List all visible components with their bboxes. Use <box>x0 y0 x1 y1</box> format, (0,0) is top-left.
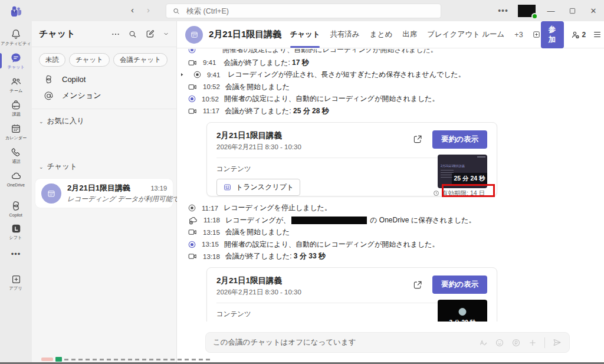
send-icon <box>552 337 562 347</box>
main-pane: 2月21日1限目講義 チャット共有済みまとめ出席ブレイクアウト ルーム+3 参加… <box>177 21 604 362</box>
rail-item-label: アプリ <box>9 286 22 291</box>
filter-pill-1[interactable]: チャット <box>69 53 110 67</box>
new-chat-icon[interactable] <box>145 29 155 39</box>
speaker-avatar <box>459 308 467 316</box>
rail-more-apps-button[interactable]: ••• <box>11 244 21 264</box>
message-text: レコーディングを停止しました。 <box>224 203 331 213</box>
minimize-button[interactable]: — <box>540 0 562 21</box>
search-input[interactable] <box>185 6 435 16</box>
rec-icon <box>188 240 196 249</box>
meeting-recap-card: 2月21日1限目講義 2026年2月21日 8:30 - 10:30 要約の表示… <box>206 267 497 322</box>
view-summary-button[interactable]: 要約の表示 <box>432 276 487 294</box>
rail-item-calls[interactable]: 通話 <box>0 144 32 168</box>
bell-icon <box>10 28 22 40</box>
favorites-section-header[interactable]: ⌄ お気に入り <box>32 109 176 130</box>
participant-count: 2 <box>582 31 586 39</box>
attach-plus-icon <box>528 338 537 347</box>
message-text: レコーディングが、 の OneDrive に保存されました。 <box>225 215 476 225</box>
participants-button[interactable]: 2 <box>570 29 586 40</box>
maximize-button[interactable] <box>562 0 583 21</box>
red-annotation-box <box>442 184 495 197</box>
add-tab-icon[interactable] <box>532 30 541 39</box>
search-bar[interactable] <box>166 4 441 18</box>
message-time: 11:18 <box>203 217 220 224</box>
avatar[interactable] <box>518 5 536 17</box>
message-time: 11:17 <box>203 107 219 114</box>
chat-list-item[interactable]: 2月21日1限目講義 13:19 レコーディング データが利用可能です <box>35 179 173 208</box>
stop-icon <box>193 70 202 79</box>
share-icon[interactable] <box>412 134 423 145</box>
recording-thumbnail[interactable]: 3 分 29 秒 <box>438 300 487 322</box>
transcript-chip[interactable]: トランスクリプト <box>216 179 300 196</box>
teams-window: ‹ › ••• — ✕ アクティビティチャットチーム課題カレンダー通話OneDr… <box>0 0 604 364</box>
cloud-icon <box>188 215 198 225</box>
sidebar-item-mentions[interactable]: メンション <box>32 87 176 104</box>
chat-icon <box>10 52 22 64</box>
tab-1[interactable]: 共有済み <box>330 29 360 40</box>
rail-item-activity[interactable]: アクティビティ <box>0 26 32 50</box>
tab-3[interactable]: 出席 <box>402 29 417 40</box>
chats-section-header[interactable]: ⌄ チャット <box>32 155 176 175</box>
rail-item-label: 通話 <box>12 159 20 165</box>
tab-5[interactable]: +3 <box>514 31 523 39</box>
new-chat-chevron-icon[interactable] <box>163 31 169 37</box>
chats-label: チャット <box>47 162 77 172</box>
share-icon[interactable] <box>412 280 423 290</box>
tab-2[interactable]: まとめ <box>370 29 392 40</box>
filter-pill-0[interactable]: 未読 <box>39 53 65 67</box>
titlebar-more-button[interactable]: ••• <box>493 6 513 15</box>
tab-0[interactable]: チャット <box>290 29 320 40</box>
rail-item-chat[interactable]: チャット <box>0 50 32 73</box>
system-message: 10:52開催者の設定により、自動的にレコーディングが開始されました。 <box>188 93 604 106</box>
emoji-icon <box>495 338 504 347</box>
filter-pill-2[interactable]: 会議チャット <box>113 53 168 67</box>
recording-thumbnail[interactable]: 2月21日1限目講義 25 分 24 秒 <box>438 155 487 188</box>
sidebar-title: チャット <box>39 28 75 40</box>
rail-item-label: シフト <box>9 235 22 241</box>
system-message: 9:41レコーディングが停止され、長さが短すぎたため保存されませんでした。 <box>188 69 604 81</box>
join-button[interactable]: 参加 <box>541 21 564 48</box>
titlebar: ‹ › ••• — ✕ <box>0 0 604 21</box>
system-message: 11:18レコーディングが、 の OneDrive に保存されました。 <box>188 214 604 227</box>
system-message: 13:15開催者の設定により、自動的にレコーディングが開始されました。 <box>188 238 604 251</box>
rec-icon <box>188 94 196 103</box>
compose-placeholder: この会議のチャットはオフになっています <box>213 337 478 347</box>
sidebar-item-copilot[interactable]: Copilot <box>32 71 176 87</box>
backpack-icon <box>10 99 22 111</box>
close-button[interactable]: ✕ <box>583 0 604 21</box>
cam-icon <box>188 251 198 261</box>
attendance-list-icon[interactable] <box>592 29 602 40</box>
back-button[interactable]: ‹ <box>131 5 134 15</box>
meeting-avatar <box>185 26 203 44</box>
tab-4[interactable]: ブレイクアウト ルーム <box>427 29 504 40</box>
forward-button[interactable]: › <box>147 5 150 15</box>
rail-item-shifts[interactable]: シフト <box>0 221 32 244</box>
view-summary-button[interactable]: 要約の表示 <box>432 130 487 149</box>
rail-item-teams[interactable]: チーム <box>0 73 32 97</box>
message-time: 9:41 <box>207 71 222 78</box>
message-list[interactable]: 開催者の設定により、自動的にレコーディングが開始されました。 9:41会議が終了… <box>177 48 604 322</box>
rail-item-apps[interactable]: アプリ <box>0 271 32 294</box>
recording-duration: 3 分 29 秒 <box>438 319 487 322</box>
message-text: レコーディングが停止され、長さが短すぎたため保存されませんでした。 <box>228 70 465 80</box>
system-message: 13:18会議が終了しました: 3 分 33 秒 <box>188 251 604 263</box>
rail-item-calendar[interactable]: カレンダー <box>0 120 32 144</box>
message-text: 開催者の設定により、自動的にレコーディングが開始されました。 <box>222 49 438 55</box>
rail-item-label: OneDrive <box>7 182 25 188</box>
rail-item-assignments[interactable]: 課題 <box>0 97 32 120</box>
rail-item-onedrive[interactable]: OneDrive <box>0 168 32 191</box>
rail-item-copilot[interactable]: Copilot <box>0 198 32 221</box>
chat-filter-more-icon[interactable] <box>111 29 120 39</box>
transcript-icon <box>223 183 232 192</box>
message-text: 会議が終了しました: 3 分 33 秒 <box>225 251 326 261</box>
chat-search-icon[interactable] <box>128 29 137 39</box>
system-message: 開催者の設定により、自動的にレコーディングが開始されました。 <box>188 49 604 56</box>
chevron-down-icon: ⌄ <box>39 119 44 124</box>
search-icon <box>172 7 180 15</box>
cam-icon <box>188 58 198 68</box>
add-people-icon <box>570 29 581 40</box>
system-message: 10:52会議を開始しました <box>188 81 604 93</box>
copilot-label: Copilot <box>62 75 86 84</box>
clock-icon <box>433 190 439 196</box>
chat-item-preview: レコーディング データが利用可能です <box>67 195 167 204</box>
